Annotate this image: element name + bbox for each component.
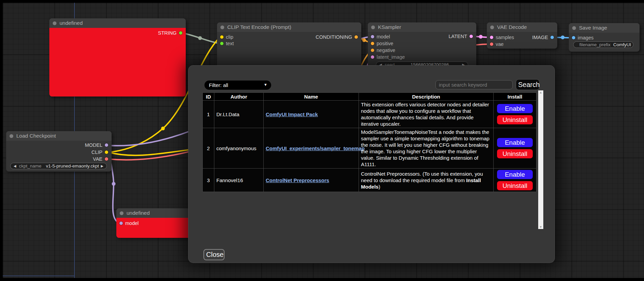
input-slot-model[interactable]: model [371,34,390,40]
collapse-dot-icon[interactable] [490,25,494,29]
widget-value: v1-5-pruned-emaonly.ckpt [44,163,101,169]
model-input-dot[interactable] [371,35,374,38]
extension-link[interactable]: ComfyUI Impact Pack [266,111,318,117]
node-save-image[interactable]: Save Image images filename_prefix ComfyU… [569,23,640,52]
latent-input-dot[interactable] [371,55,374,59]
cell-id: 2 [203,128,214,169]
input-slot-samples[interactable]: samples [490,34,514,40]
extension-link[interactable]: ComfyUI_experiments/sampler_tonemap [266,145,365,151]
scroll-up-icon[interactable]: ▲ [539,90,542,94]
node-title-bar[interactable]: CLIP Text Encode (Prompt) [217,22,361,32]
collapse-dot-icon[interactable] [10,134,13,138]
node-title-bar[interactable]: KSampler [368,22,476,32]
negative-input-dot[interactable] [371,49,374,52]
filename-prefix-widget[interactable]: filename_prefix ComfyUI [573,41,633,48]
positive-input-dot[interactable] [371,42,374,45]
conditioning-output-dot[interactable] [354,35,358,39]
collapse-dot-icon[interactable] [53,21,56,25]
canvas-origin-hline [3,276,75,276]
extension-grid: ID Author Name Description Install 1 Dr.… [202,92,543,231]
collapse-dot-icon[interactable] [572,26,576,30]
input-slot-latent-image[interactable]: latent_image [371,54,405,60]
uninstall-button[interactable]: Uninstall [497,181,533,190]
node-vae-decode[interactable]: VAE Decode samples vae IMAGE [487,22,557,49]
enable-button[interactable]: Enable [497,170,533,179]
output-slot-vae[interactable]: VAE [93,156,108,162]
node-title-bar[interactable]: VAE Decode [487,22,557,32]
output-slot-image[interactable]: IMAGE [532,34,554,40]
filter-select[interactable]: Filter: all [204,81,271,90]
image-output-dot[interactable] [550,36,554,39]
node-title-bar[interactable]: undefined [49,18,186,28]
enable-button[interactable]: Enable [497,138,533,147]
node-load-checkpoint[interactable]: Load Checkpoint MODEL CLIP VAE ◀ ckpt_na… [6,131,112,172]
input-slot-model[interactable]: model [119,220,139,226]
vae-input-dot[interactable] [490,42,493,46]
enable-button[interactable]: Enable [497,104,533,113]
collapse-dot-icon[interactable] [120,211,123,215]
uninstall-button[interactable]: Uninstall [497,149,533,158]
search-input[interactable] [435,80,513,89]
table-row: 2 comfyanonymous ComfyUI_experiments/sam… [203,128,536,169]
latent-output-dot[interactable] [469,35,473,38]
slot-label: IMAGE [532,35,548,40]
node-title-bar[interactable]: Save Image [569,23,640,33]
cell-description: This extension offers various detector n… [359,101,494,128]
output-slot-conditioning[interactable]: CONDITIONING [316,34,358,40]
slot-label: MODEL [85,142,102,148]
output-slot-latent[interactable]: LATENT [448,33,473,39]
widget-arrow-left-icon[interactable]: ◀ [14,164,16,168]
samples-input-dot[interactable] [490,36,493,39]
clip-input-dot[interactable] [220,35,224,39]
slot-label: VAE [93,156,102,162]
slot-label: LATENT [448,34,467,39]
slot-label: clip [226,34,233,40]
input-slot-vae[interactable]: vae [490,41,503,47]
input-slot-images[interactable]: images [572,35,594,41]
output-slot-clip[interactable]: CLIP [92,149,108,155]
table-row: 1 Dr.Lt.Data ComfyUI Impact Pack This ex… [203,101,536,128]
node-undefined-top[interactable]: undefined STRING [49,18,186,96]
input-slot-text[interactable]: text [220,40,234,47]
model-input-dot[interactable] [119,222,123,225]
images-input-dot[interactable] [572,36,575,39]
collapse-dot-icon[interactable] [220,25,224,29]
slot-label: CLIP [92,150,102,155]
text-input-dot[interactable] [220,42,224,45]
ckpt-name-widget[interactable]: ◀ ckpt_name v1-5-pruned-emaonly.ckpt ▶ [10,163,107,169]
slot-label: positive [377,41,393,46]
clip-output-dot[interactable] [105,151,108,154]
output-slot-model[interactable]: MODEL [85,142,108,148]
collapse-dot-icon[interactable] [371,25,375,29]
comfyui-app: undefined STRING CLIP Text Encode (Promp… [0,0,644,281]
slot-label: samples [496,35,514,40]
node-title: undefined [127,210,150,216]
slot-label: vae [496,41,503,47]
input-slot-negative[interactable]: negative [371,47,395,53]
scroll-down-icon[interactable]: ▼ [539,225,542,229]
widget-arrow-right-icon[interactable]: ▶ [101,164,103,168]
node-title: Load Checkpoint [16,133,56,139]
slot-label: images [578,35,594,40]
col-header-description: Description [359,93,494,101]
cell-install: Enable Uninstall [494,128,536,169]
slot-label: negative [377,48,395,53]
slot-label: model [377,34,390,39]
extension-link[interactable]: ControlNet Preprocessors [266,177,329,183]
output-slot-string[interactable]: STRING [158,30,182,36]
col-header-id: ID [203,93,214,101]
input-slot-positive[interactable]: positive [371,40,393,47]
uninstall-button[interactable]: Uninstall [497,115,533,124]
input-slot-clip[interactable]: clip [220,34,233,40]
cell-id: 3 [203,169,214,192]
model-output-dot[interactable] [105,143,108,147]
vertical-scrollbar[interactable]: ▲ ▼ [538,90,543,229]
cell-description: ControlNet Preprocessors. (To use this e… [359,169,494,192]
slot-label: STRING [158,30,177,36]
string-output-dot[interactable] [179,31,182,35]
search-button[interactable]: Search [516,79,540,90]
node-title-bar[interactable]: Load Checkpoint [6,131,112,141]
vae-output-dot[interactable] [105,157,108,161]
close-button[interactable]: Close [203,249,225,260]
cell-description: ModelSamplerTonemapNoiseTest a node that… [359,128,494,169]
